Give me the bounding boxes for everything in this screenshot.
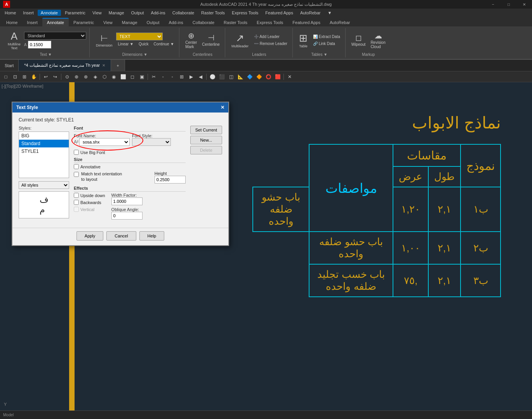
toolbar-btn7[interactable]: ⬡ [100,73,109,81]
help-button[interactable]: Help [139,231,165,241]
table-button[interactable]: ⊞ Table [297,31,310,50]
menu-more[interactable]: ▼ [324,10,335,16]
multileader-button[interactable]: ↗ Multileader [229,31,251,50]
menu-insert[interactable]: Insert [20,10,37,16]
toolbar-pan-btn[interactable]: ✋ [30,73,38,81]
tab-home[interactable]: Home [2,19,22,26]
toolbar-btn21[interactable]: 📐 [236,73,245,81]
wipeout-button[interactable]: ◻ Wipeout [349,33,368,48]
toolbar-btn10[interactable]: ◻ [128,73,137,81]
toolbar-orbit-btn[interactable]: ⊡ [11,73,19,81]
tab-raster[interactable]: Raster Tools [219,19,252,26]
style-item-big[interactable]: BIG [19,132,69,140]
toolbar-btn18[interactable]: ⚪ [208,73,217,81]
minimize-button[interactable]: − [485,0,501,9]
tab-close-button[interactable]: ✕ [102,63,105,68]
vertical-checkbox[interactable] [74,207,79,212]
new-tab-button[interactable]: + [111,60,125,71]
toolbar-btn4[interactable]: ⊕ [72,73,81,81]
toolbar-btn9[interactable]: ⬜ [119,73,127,81]
apply-button[interactable]: Apply [76,231,104,241]
menu-annotate[interactable]: Annotate [38,10,61,16]
tab-view[interactable]: View [99,19,117,26]
start-tab[interactable]: Start [0,60,19,71]
menu-raster[interactable]: Raster Tools [198,10,228,16]
toolbar-snap-btn[interactable]: ⊞ [20,73,29,81]
maximize-button[interactable]: □ [501,0,516,9]
styles-list[interactable]: BIG Standard STYLE1 [19,132,69,178]
font-style-dropdown[interactable] [132,138,171,146]
match-orientation-checkbox[interactable] [74,172,79,177]
dimension-button[interactable]: ⊢ Dimension [94,32,115,49]
toolbar-undo-btn[interactable]: ↩ [42,73,50,81]
add-leader-button[interactable]: ➕ Add Leader [252,34,289,40]
menu-manage[interactable]: Manage [106,10,127,16]
annotative-checkbox[interactable] [74,164,79,169]
toolbar-btn22[interactable]: 🔷 [245,73,254,81]
tab-output[interactable]: Output [142,19,164,26]
text-size-input[interactable] [28,41,51,48]
canvas-area[interactable]: [-][Top][2D Wireframe] نماذج الابواب نمو… [0,82,532,418]
menu-output[interactable]: Output [128,10,147,16]
toolbar-btn5[interactable]: ⊗ [82,73,90,81]
text-style-dropdown[interactable]: Standard [24,32,86,40]
close-button[interactable]: ✕ [516,0,532,9]
tab-express[interactable]: Express Tools [252,19,288,26]
remove-leader-button[interactable]: ➖ Remove Leader [252,41,289,47]
tab-annotate[interactable]: Annotate [42,18,69,26]
upside-down-checkbox[interactable] [74,193,79,198]
cancel-button[interactable]: Cancel [106,231,136,241]
width-factor-input[interactable] [111,197,143,205]
continue-button[interactable]: Continue ▼ [152,41,176,47]
tab-parametric[interactable]: Parametric [69,19,99,26]
quick-button[interactable]: Quick [137,41,151,47]
menu-addins[interactable]: Add-ins [148,10,169,16]
toolbar-viewport-btn[interactable]: □ [2,73,10,81]
new-button[interactable]: New... [190,136,222,144]
menu-view[interactable]: View [89,10,105,16]
toolbar-btn15[interactable]: ⊞ [177,73,186,81]
dialog-title-bar[interactable]: Text Style ✕ [12,102,228,113]
revision-cloud-button[interactable]: ☁ RevisionCloud [369,31,387,50]
active-doc-tab[interactable]: *مدرسه صغيره نماذج التشطيبات 4 Th year ✕ [19,60,111,71]
toolbar-btn12[interactable]: ✂ [150,73,158,81]
set-current-button[interactable]: Set Current [190,126,222,134]
toolbar-btn23[interactable]: 🔶 [255,73,263,81]
toolbar-btn20[interactable]: ◫ [227,73,235,81]
all-styles-dropdown[interactable]: All styles [19,181,69,189]
menu-collaborate[interactable]: Collaborate [169,10,197,16]
tab-manage[interactable]: Manage [117,19,142,26]
multiline-text-button[interactable]: A MultilineText [5,29,23,52]
toolbar-btn8[interactable]: ◉ [110,73,118,81]
tab-addins[interactable]: Add-ins [164,19,188,26]
link-data-button[interactable]: 🔗 Link Data [311,41,342,47]
menu-featured[interactable]: Featured Apps [262,10,296,16]
toolbar-btn6[interactable]: ◈ [91,73,99,81]
toolbar-btn25[interactable]: 🟥 [273,73,282,81]
toolbar-btn16[interactable]: ▶ [187,73,195,81]
toolbar-btn17[interactable]: ◀ [196,73,205,81]
menu-express[interactable]: Express Tools [229,10,261,16]
tab-insert[interactable]: Insert [22,19,42,26]
use-big-font-checkbox[interactable] [74,150,79,155]
tab-featured[interactable]: Featured Apps [288,19,325,26]
centerline-button[interactable]: ⊣ Centerline [200,33,222,48]
linear-button[interactable]: Linear ▼ [116,41,136,47]
toolbar-btn11[interactable]: ▣ [137,73,146,81]
style-item-standard[interactable]: Standard [19,140,69,147]
extract-data-button[interactable]: 📊 Extract Data [311,34,342,40]
toolbar-redo-btn[interactable]: ↪ [51,73,59,81]
menu-autorebar[interactable]: AutoRebar [297,10,324,16]
toolbar-btn14[interactable]: ◦ [168,73,177,81]
backwards-checkbox[interactable] [74,200,79,205]
dim-style-dropdown[interactable]: TEXT [116,33,163,40]
menu-parametric[interactable]: Parametric [62,10,89,16]
style-item-style1[interactable]: STYLE1 [19,147,69,155]
font-name-dropdown[interactable]: sosa.shx [79,138,130,146]
toolbar-btn13[interactable]: ◦ [159,73,167,81]
toolbar-btn19[interactable]: ⬛ [217,73,226,81]
delete-button[interactable]: Delete [190,146,222,154]
tab-collaborate[interactable]: Collaborate [188,19,219,26]
toolbar-btn3[interactable]: ⊙ [63,73,71,81]
menu-home[interactable]: Home [2,10,19,16]
